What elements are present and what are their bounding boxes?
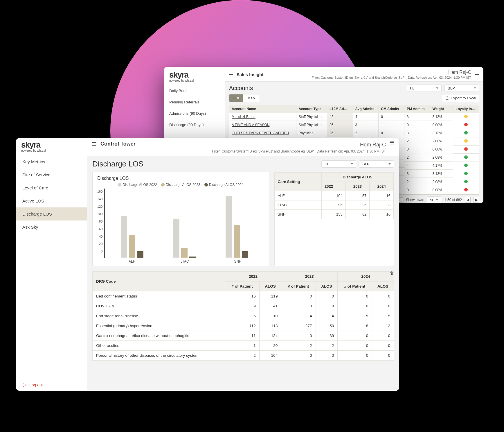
export-button[interactable]: Export to Excel	[442, 94, 479, 102]
loyalty-dot-icon	[464, 155, 468, 159]
care-label: ALF	[275, 191, 322, 200]
next-page-button[interactable]: ▶	[474, 197, 479, 203]
prev-page-button[interactable]: ◀	[465, 197, 471, 203]
drg-cell: 50	[316, 321, 338, 331]
loyalty-cell	[453, 170, 479, 178]
table-row[interactable]: A TIME AND A SEASONStaff Physician353100…	[229, 121, 479, 129]
drg-cell: 4	[316, 311, 338, 321]
tab-map[interactable]: Map	[243, 94, 259, 102]
pm-cell: 0	[404, 146, 430, 153]
refresh-text: Data Refresh on: Apr, 03, 2024, 1:30 PM …	[408, 76, 471, 79]
cm-cell: 1	[379, 121, 404, 129]
drg-cell: 0	[281, 351, 316, 361]
sidebar-item-site-of-service[interactable]: Site of Service	[16, 168, 87, 181]
alos-cell: 3	[370, 200, 394, 210]
page-range: 1-50 of 682	[444, 198, 462, 202]
loyalty-dot-icon	[464, 188, 468, 191]
state-select[interactable]: FL	[321, 160, 356, 168]
pm-cell: 0	[404, 186, 430, 194]
weight-cell: 2.08%	[430, 137, 453, 145]
tab-list[interactable]: List	[229, 94, 243, 102]
state-select[interactable]: FL	[407, 85, 442, 92]
drg-cell: 0	[316, 301, 338, 311]
pm-cell: 2	[404, 178, 430, 186]
grid-header: Account Name Account Type L12M Admits ▼ …	[229, 105, 479, 113]
account-type-cell: Physician	[296, 129, 327, 137]
col-pm[interactable]: PM Admits	[404, 105, 430, 113]
loyalty-dot-icon	[464, 172, 468, 175]
sidebar-item-level-of-care[interactable]: Level of Care	[16, 181, 87, 194]
col-l12m[interactable]: L12M Admits ▼	[327, 105, 353, 113]
filter-text: Filter: CustomerSystemID eq 'Skyra-01' a…	[312, 76, 405, 79]
col-account-name[interactable]: Account Name	[229, 105, 296, 113]
export-icon	[445, 96, 449, 100]
control-topbar: Control Tower Hem Raj-C Filter: Customer…	[87, 138, 399, 156]
alos-group-header: Discharge ALOS	[322, 173, 394, 182]
sidebar-item-active-los[interactable]: Active LOS	[16, 194, 87, 207]
loyalty-cell	[453, 121, 479, 129]
table-row: LTAC96253	[275, 200, 393, 210]
settings-menu-icon[interactable]	[390, 141, 394, 144]
legend-swatch-2024	[204, 183, 208, 187]
drg-name: Personal history of other diseases of th…	[93, 351, 225, 361]
year-2024-header: 2024	[370, 182, 394, 191]
chevron-down-icon	[436, 199, 438, 201]
account-name-cell[interactable]: A TIME AND A SEASON	[229, 121, 296, 129]
cm-cell: 0	[379, 113, 404, 121]
alos-table: Care Setting Discharge ALOS 2022 2023 20…	[275, 172, 394, 219]
branch-select[interactable]: BLP	[444, 85, 479, 92]
sidebar-item-key-metrics[interactable]: Key Metrics	[16, 155, 87, 168]
alos-cell: 57	[345, 191, 370, 200]
account-name-cell[interactable]: CHELSEY PARK HEALTH AND REHABILITATION	[229, 129, 296, 137]
accounts-heading: Accounts	[229, 85, 253, 92]
drg-cell: 0	[372, 301, 394, 311]
alos-cell: 82	[345, 210, 370, 219]
x-tick: SNF	[211, 259, 264, 263]
table-row[interactable]: Mosciski-BraunStaff Physician424033.13%	[229, 113, 479, 121]
drg-cell: 119	[259, 291, 281, 301]
col-weight[interactable]: Weight	[430, 105, 453, 113]
account-name-cell[interactable]: Mosciski-Braun	[229, 113, 296, 121]
table-row: Bed confinement status161190000	[93, 291, 394, 301]
logout-button[interactable]: Log out	[16, 379, 87, 391]
pm-cell: 3	[404, 170, 430, 178]
sidebar-item-discharge[interactable]: Discharge (90 Days)	[164, 119, 225, 130]
loyalty-dot-icon	[464, 139, 468, 143]
settings-menu-icon[interactable]	[475, 73, 479, 76]
hamburger-icon[interactable]	[92, 142, 96, 146]
sidebar-item-admissions[interactable]: Admissions (90 Days)	[164, 108, 225, 119]
col-account-type[interactable]: Account Type	[296, 105, 327, 113]
table-row: Gastro-esophageal reflux disease without…	[93, 331, 394, 341]
col-avg[interactable]: Avg Admits	[353, 105, 379, 113]
drg-cell: 2	[225, 351, 259, 361]
table-row: COVID-199410000	[93, 301, 394, 311]
x-tick: ALF	[105, 259, 158, 263]
account-type-cell: Staff Physician	[296, 121, 327, 129]
loyalty-dot-icon	[464, 123, 468, 126]
sidebar-item-discharge-los[interactable]: Discharge LOS	[16, 207, 87, 221]
drg-sub-alos: ALOS	[372, 282, 394, 291]
drg-cell: 104	[259, 351, 281, 361]
loyalty-dot-icon	[464, 147, 468, 151]
control-nav-list: Key MetricsSite of ServiceLevel of CareA…	[16, 155, 87, 379]
sidebar-item-pending-referrals[interactable]: Pending Referrals	[164, 96, 225, 108]
col-cm[interactable]: CM Admits	[379, 105, 404, 113]
rows-per-page-select[interactable]: 50	[427, 196, 441, 203]
export-label: Export to Excel	[451, 96, 476, 100]
account-type-cell: Staff Physician	[296, 113, 327, 121]
table-row[interactable]: CHELSEY PARK HEALTH AND REHABILITATIONPh…	[229, 129, 479, 137]
hamburger-icon[interactable]	[229, 73, 233, 76]
chevron-down-icon	[474, 87, 476, 89]
sidebar-item-daily-brief[interactable]: Daily Brief	[164, 85, 225, 96]
chevron-down-icon	[436, 87, 438, 89]
weight-cell: 3.13%	[430, 129, 453, 137]
control-sidebar: skyra powered by whiz.ai Key MetricsSite…	[16, 138, 87, 391]
alos-cell: 25	[345, 200, 370, 210]
sidebar-item-ask-sky[interactable]: Ask Sky	[16, 221, 87, 234]
col-loyalty[interactable]: Loyalty Index	[453, 105, 479, 113]
delete-icon[interactable]: 🗑	[390, 271, 394, 275]
accounts-heading-row: Accounts FL BLP	[225, 82, 483, 94]
legend-label-2022: Discharge ALOS 2022	[123, 183, 157, 187]
branch-select[interactable]: BLP	[359, 160, 394, 168]
drg-sub-alos: ALOS	[316, 282, 338, 291]
